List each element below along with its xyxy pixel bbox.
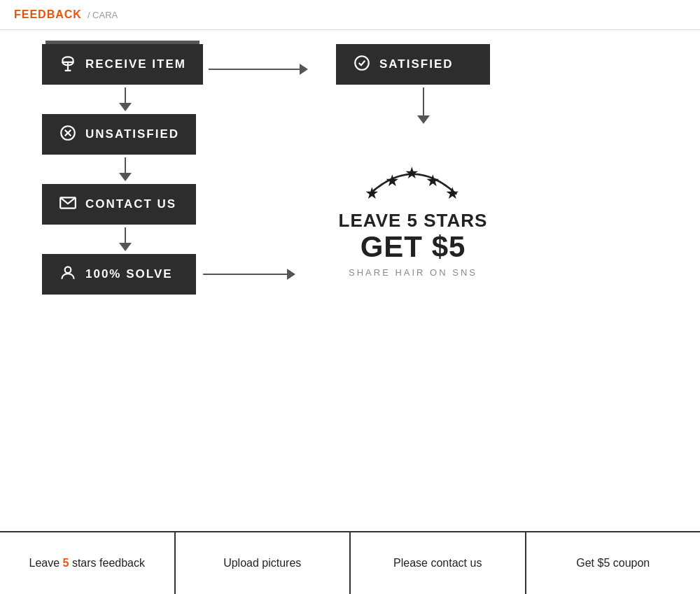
contact-us-label: CONTACT US — [85, 197, 176, 211]
bottom-item-contact: Please contact us — [351, 532, 526, 594]
feedback-text-after: stars feedback — [69, 556, 145, 571]
promo-line3: SHARE HAIR ON SNS — [339, 267, 488, 278]
unsatisfied-label: UNSATISFIED — [85, 127, 179, 141]
contact-label: Please contact us — [393, 556, 482, 571]
svg-text:★: ★ — [445, 184, 460, 202]
promo-line2: GET $5 — [339, 231, 488, 263]
receive-item-label: RECEIVE ITEM — [85, 57, 186, 71]
svg-text:★: ★ — [426, 171, 440, 190]
left-flow-column: RECEIVE ITEM UNSATISFIED — [42, 44, 302, 436]
solve-label: 100% SOLVE — [85, 267, 173, 281]
solve-row: 100% SOLVE — [42, 254, 302, 295]
arrow-down-2 — [42, 157, 132, 181]
bottom-item-coupon: Get $5 coupon — [526, 532, 701, 594]
solve-box: 100% SOLVE — [42, 254, 196, 295]
svg-text:★: ★ — [365, 184, 379, 202]
unsatisfied-icon — [59, 124, 77, 145]
bottom-item-feedback: Leave 5 stars feedback — [0, 532, 176, 594]
promo-area: ★ ★ ★ ★ ★ LEAVE 5 STARS GET $5 SHARE HAI… — [339, 148, 488, 278]
contact-us-box: CONTACT US — [42, 184, 196, 225]
satisfied-icon — [353, 54, 371, 75]
header-cara-label: / CARA — [88, 10, 118, 20]
bottom-bar: Leave 5 stars feedback Upload pictures P… — [0, 531, 700, 594]
flow-container: RECEIVE ITEM UNSATISFIED — [0, 30, 700, 506]
promo-text: LEAVE 5 STARS GET $5 SHARE HAIR ON SNS — [339, 211, 488, 278]
coupon-label: Get $5 coupon — [576, 556, 650, 571]
arrow-down-to-promo — [396, 87, 430, 124]
svg-point-4 — [65, 267, 71, 273]
svg-text:★: ★ — [385, 171, 400, 190]
promo-line1: LEAVE 5 STARS — [339, 211, 488, 231]
solve-icon — [59, 264, 77, 285]
receive-item-wrapper: RECEIVE ITEM — [42, 44, 203, 85]
feedback-text-before: Leave — [29, 556, 63, 571]
receive-item-icon — [59, 54, 77, 75]
right-flow-column: SATISFIED ★ ★ — [336, 44, 490, 278]
satisfied-row: SATISFIED — [336, 44, 490, 85]
arrow-down-3 — [42, 227, 132, 251]
stars-arc: ★ ★ ★ ★ ★ — [343, 148, 483, 204]
contact-us-icon — [59, 194, 77, 215]
svg-text:★: ★ — [405, 164, 419, 182]
arrow-down-1 — [42, 87, 132, 111]
page-header: FEEDBACK / CARA — [0, 0, 700, 30]
feedback-highlight-5: 5 — [63, 556, 69, 571]
unsatisfied-box: UNSATISFIED — [42, 114, 196, 155]
svg-point-5 — [355, 56, 369, 70]
arrow-right-to-promo — [203, 269, 295, 280]
bottom-item-upload: Upload pictures — [176, 532, 351, 594]
upload-label: Upload pictures — [223, 556, 301, 571]
satisfied-box: SATISFIED — [336, 44, 490, 85]
receive-item-box: RECEIVE ITEM — [42, 44, 203, 85]
header-feedback-label: FEEDBACK — [14, 8, 82, 21]
arrow-receive-to-satisfied — [209, 64, 308, 75]
satisfied-label: SATISFIED — [379, 57, 454, 71]
